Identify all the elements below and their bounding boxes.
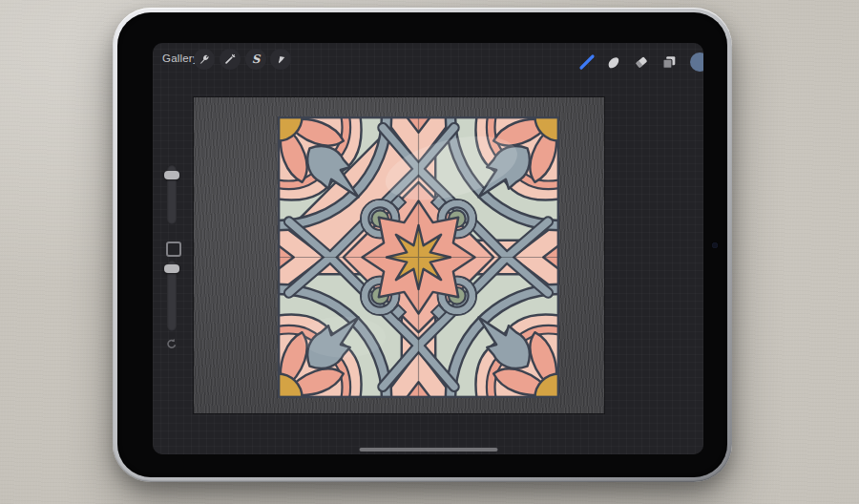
erase-button[interactable]	[630, 51, 653, 74]
selection-button[interactable]: S	[245, 49, 266, 70]
smudge-finger-icon	[605, 53, 622, 71]
brush-size-handle[interactable]	[164, 171, 179, 179]
actions-button[interactable]	[194, 49, 215, 70]
brush-opacity-handle[interactable]	[164, 264, 179, 273]
paint-button[interactable]	[576, 51, 598, 74]
transform-button[interactable]	[270, 49, 291, 70]
undo-icon	[165, 337, 178, 350]
transform-arrow-icon	[274, 52, 287, 66]
color-swatch	[689, 52, 703, 73]
undo-button[interactable]	[165, 337, 178, 354]
tablet-screen: Gallery S	[117, 12, 727, 477]
layers-button[interactable]	[658, 51, 681, 74]
smudge-button[interactable]	[602, 51, 625, 74]
wrench-icon	[198, 52, 211, 66]
selection-s-icon: S	[252, 53, 261, 65]
tablet-device: Gallery S	[113, 8, 732, 482]
home-indicator[interactable]	[359, 448, 497, 452]
drawing-canvas[interactable]	[194, 97, 604, 413]
brush-stroke-icon	[577, 52, 597, 72]
magic-wand-icon	[223, 52, 237, 66]
modify-button[interactable]	[166, 242, 181, 257]
layers-icon	[660, 53, 678, 71]
adjustments-button[interactable]	[220, 49, 241, 70]
tile-artwork	[278, 116, 559, 398]
color-button[interactable]	[688, 51, 703, 74]
procreate-app: Gallery S	[153, 43, 703, 454]
eraser-icon	[633, 53, 650, 71]
front-camera	[712, 242, 718, 248]
